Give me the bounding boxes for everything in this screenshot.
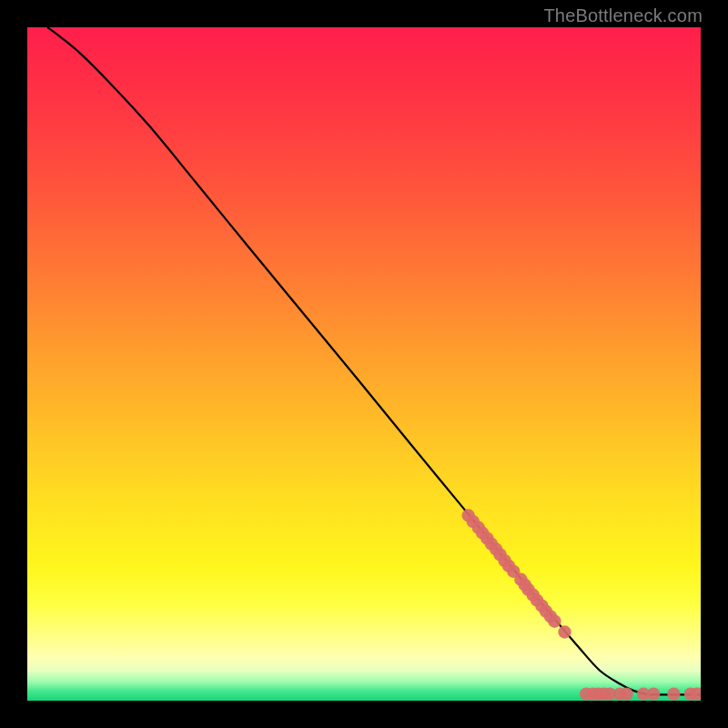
chart-dots — [462, 509, 702, 701]
watermark-label: TheBottleneck.com — [543, 5, 703, 26]
chart-stage: TheBottleneck.com — [0, 0, 728, 728]
data-point — [548, 614, 561, 627]
plot-area — [27, 27, 701, 701]
chart-overlay — [27, 27, 701, 701]
data-point — [558, 625, 571, 638]
data-point — [667, 687, 680, 700]
data-point — [620, 687, 632, 700]
chart-line — [47, 27, 701, 694]
data-point — [647, 687, 660, 700]
